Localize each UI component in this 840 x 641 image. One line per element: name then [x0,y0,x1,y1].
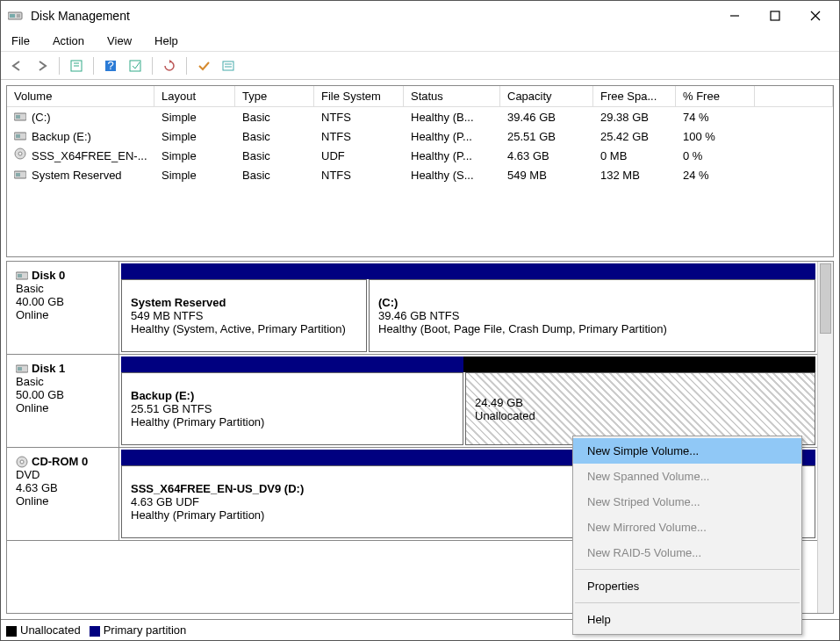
maximize-button[interactable] [755,3,795,29]
partition[interactable]: System Reserved549 MB NTFSHealthy (Syste… [121,279,367,352]
check-icon[interactable] [194,56,213,76]
legend-primary: Primary partition [104,623,187,637]
volume-row[interactable]: SSS_X64FREE_EN-...SimpleBasicUDFHealthy … [7,146,833,165]
svg-rect-27 [18,367,22,371]
back-button[interactable] [8,56,27,76]
refresh-icon[interactable] [160,56,179,76]
volume-type: Basic [235,107,314,127]
properties-icon[interactable] [67,56,86,76]
disk-size: 40.00 GB [16,295,110,308]
menu-help[interactable]: Help [151,32,182,49]
disk-type: Basic [16,375,110,388]
menu-view[interactable]: View [104,32,135,49]
volume-status: Healthy (B... [404,107,500,127]
partition[interactable]: Backup (E:)25.51 GB NTFSHealthy (Primary… [121,372,463,445]
svg-point-29 [20,460,24,464]
disk-status: Online [16,401,110,414]
volume-type: Basic [235,146,314,166]
ctx-new-simple-volume[interactable]: New Simple Volume... [573,438,801,464]
col-capacity[interactable]: Capacity [500,86,593,106]
partition-status: Healthy (Boot, Page File, Crash Dump, Pr… [378,322,806,335]
partition[interactable]: (C:)39.46 GB NTFSHealthy (Boot, Page Fil… [369,279,815,352]
hdd-icon [14,169,28,180]
ctx-help[interactable]: Help [573,607,801,632]
disk-status: Online [16,308,110,321]
volume-free: 132 MB [593,165,676,185]
scrollbar[interactable] [817,262,833,613]
hdd-icon [16,271,28,280]
volume-name: (C:) [32,111,51,124]
col-layout[interactable]: Layout [154,86,235,106]
list-icon[interactable] [219,56,238,76]
unallocated-space[interactable]: 24.49 GBUnallocated [465,372,815,445]
svg-rect-25 [18,274,22,277]
partition-status: Healthy (Primary Partition) [131,415,454,429]
hdd-icon [16,364,28,373]
disk-name: Disk 1 [32,362,65,375]
partition-size: 25.51 GB NTFS [131,402,454,415]
volume-row[interactable]: System ReservedSimpleBasicNTFSHealthy (S… [7,165,833,184]
volume-free: 0 MB [593,146,676,166]
disk-type: DVD [16,468,110,481]
volume-layout: Simple [154,107,235,127]
col-type[interactable]: Type [235,86,314,106]
swatch-unallocated [6,626,17,637]
volume-pct: 24 % [676,165,755,185]
dvd-icon [16,456,28,468]
ctx-new-mirrored-volume: New Mirrored Volume... [573,515,801,540]
col-volume[interactable]: Volume [7,86,154,106]
volume-type: Basic [235,126,314,147]
volume-fs: NTFS [314,126,404,147]
svg-rect-1 [10,14,15,18]
partition-name: System Reserved [131,296,357,309]
volume-fs: NTFS [314,165,404,185]
partition-name: Backup (E:) [131,389,454,402]
volume-list: Volume Layout Type File System Status Ca… [6,85,834,257]
help-icon[interactable]: ? [101,56,120,76]
volume-name: Backup (E:) [32,130,91,143]
disk-info[interactable]: Disk 1Basic50.00 GBOnline [7,355,119,447]
volume-status: Healthy (P... [404,126,500,147]
volume-fs: UDF [314,146,404,166]
dvd-icon [14,148,28,159]
window-title: Disk Management [31,9,714,23]
close-button[interactable] [795,3,836,29]
scrollbar-thumb[interactable] [820,263,831,334]
volume-type: Basic [235,165,314,185]
disk-info[interactable]: CD-ROM 0DVD4.63 GBOnline [7,448,119,540]
menu-action[interactable]: Action [49,32,88,49]
volume-layout: Simple [154,126,235,147]
partition-status: Healthy (System, Active, Primary Partiti… [131,322,357,335]
disk-size: 4.63 GB [16,481,110,494]
volume-pct: 100 % [676,126,755,147]
disk-status: Online [16,494,110,508]
volume-list-header: Volume Layout Type File System Status Ca… [7,86,833,107]
col-free[interactable]: Free Spa... [593,86,676,106]
col-pct[interactable]: % Free [676,86,755,106]
menu-file[interactable]: File [8,32,33,49]
volume-row[interactable]: Backup (E:)SimpleBasicNTFSHealthy (P...2… [7,126,833,146]
forward-button[interactable] [32,56,52,76]
volume-fs: NTFS [314,107,404,127]
volume-capacity: 4.63 GB [500,146,593,166]
partition-name: (C:) [378,296,806,309]
volume-row[interactable]: (C:)SimpleBasicNTFSHealthy (B...39.46 GB… [7,107,833,126]
app-icon [8,10,24,22]
svg-rect-17 [16,115,20,119]
disk-info[interactable]: Disk 0Basic40.00 GBOnline [7,262,119,354]
disk-row: Disk 1Basic50.00 GBOnlineBackup (E:)25.5… [7,355,817,448]
action-icon[interactable] [126,56,145,76]
ctx-separator [575,602,800,603]
volume-free: 29.38 GB [593,107,676,127]
col-status[interactable]: Status [404,86,500,106]
minimize-button[interactable] [714,3,755,29]
volume-name: System Reserved [32,169,122,182]
svg-rect-23 [16,173,20,176]
volume-capacity: 549 MB [500,165,593,185]
volume-pct: 74 % [676,107,755,127]
context-menu: New Simple Volume... New Spanned Volume.… [572,436,802,635]
volume-name: SSS_X64FREE_EN-... [32,149,147,162]
ctx-properties[interactable]: Properties [573,573,801,599]
col-filesystem[interactable]: File System [314,86,404,106]
legend-unallocated: Unallocated [20,623,81,637]
